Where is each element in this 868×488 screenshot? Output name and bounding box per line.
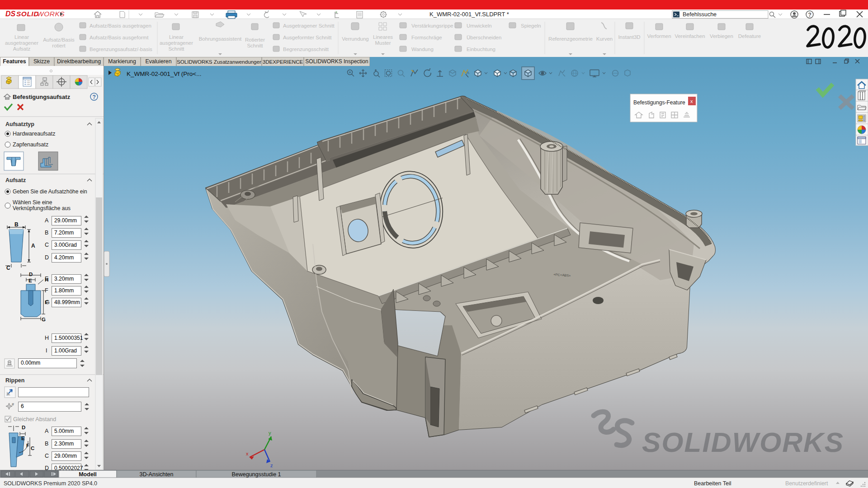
svg-text:Befehlssuche: Befehlssuche	[683, 11, 717, 18]
svg-text:#: #	[12, 402, 14, 407]
svg-text:C: C	[45, 242, 49, 248]
svg-text:Bewegungsstudie 1: Bewegungsstudie 1	[231, 471, 281, 478]
svg-text:D: D	[45, 254, 49, 261]
svg-text:A: A	[45, 428, 49, 434]
svg-text:Ausgetragener Schnitt: Ausgetragener Schnitt	[283, 23, 335, 28]
svg-text:K_WMR-02-001_Vf (Pro<...: K_WMR-02-001_Vf (Pro<...	[127, 70, 201, 77]
svg-text:E: E	[28, 278, 32, 283]
svg-text:Hardwareaufsatz: Hardwareaufsatz	[13, 131, 56, 137]
svg-text:Aufsatz/Basis ausgeformt: Aufsatz/Basis ausgeformt	[90, 35, 149, 40]
svg-text:Referenzgeometrie: Referenzgeometrie	[548, 36, 593, 42]
svg-text:Instant3D: Instant3D	[618, 34, 640, 40]
svg-text:ausgetragener: ausgetragener	[160, 40, 193, 46]
svg-text:?: ?	[93, 94, 96, 100]
svg-text:B: B	[14, 221, 19, 228]
svg-text:SOLIDWORKS Premium 2020 SP4.0: SOLIDWORKS Premium 2020 SP4.0	[4, 480, 97, 487]
svg-text:Verformen: Verformen	[647, 33, 671, 39]
svg-text:DS: DS	[5, 10, 16, 18]
svg-text:Umwickeln: Umwickeln	[467, 23, 492, 28]
svg-text:E: E	[45, 276, 48, 282]
svg-text:F: F	[26, 443, 29, 448]
svg-text:I: I	[46, 347, 47, 354]
svg-text:G: G	[45, 299, 50, 305]
svg-text:Ausgeformter Schnitt: Ausgeformter Schnitt	[283, 35, 332, 40]
svg-text:Formschräge: Formschräge	[411, 35, 442, 40]
svg-text:3D-Ansichten: 3D-Ansichten	[139, 471, 173, 478]
svg-text:E: E	[21, 436, 25, 441]
svg-text:A: A	[467, 70, 469, 75]
svg-text:Bohrungsassistent: Bohrungsassistent	[199, 36, 242, 42]
svg-text:SOLID: SOLID	[16, 10, 39, 18]
svg-text:C: C	[31, 446, 34, 451]
svg-text:Linear: Linear	[14, 34, 29, 40]
svg-text:H: H	[45, 335, 49, 341]
svg-text:Kurven: Kurven	[596, 36, 613, 42]
svg-text:D: D	[22, 425, 25, 430]
svg-text:C: C	[6, 265, 10, 271]
svg-text:Bearbeiten Teil: Bearbeiten Teil	[694, 480, 731, 487]
svg-text:Lineares: Lineares	[373, 34, 393, 40]
svg-text:?: ?	[808, 12, 811, 18]
svg-text:Rotierter: Rotierter	[245, 37, 265, 42]
svg-text:Vereinfachen: Vereinfachen	[675, 33, 705, 39]
svg-text:Schnitt: Schnitt	[168, 46, 184, 52]
svg-text:Schnitt: Schnitt	[247, 43, 263, 48]
svg-text:Einbuchtung: Einbuchtung	[467, 47, 495, 52]
svg-text:Aufsatz/Basis ausgetragen: Aufsatz/Basis ausgetragen	[90, 23, 151, 28]
svg-text:Begrenzungsschnitt: Begrenzungsschnitt	[283, 47, 329, 52]
svg-text:Modell: Modell	[79, 471, 97, 478]
svg-text:rotiert: rotiert	[52, 43, 66, 48]
svg-text:C: C	[45, 453, 49, 459]
svg-text:Befestigungs-Feature: Befestigungs-Feature	[633, 99, 685, 106]
svg-text:Aufsatz: Aufsatz	[13, 46, 31, 52]
svg-text:SOLIDWORKS: SOLIDWORKS	[642, 427, 844, 458]
svg-text:Begrenzungsaufsatz/-basis: Begrenzungsaufsatz/-basis	[90, 47, 152, 52]
svg-text:Rippen: Rippen	[5, 377, 24, 384]
svg-text:x: x	[690, 99, 693, 104]
svg-text:Geben Sie die Aufsatzhöhe ein: Geben Sie die Aufsatzhöhe ein	[13, 188, 87, 195]
svg-text:Wählen Sie eine: Wählen Sie eine	[13, 199, 52, 206]
svg-text:Überschneiden: Überschneiden	[467, 35, 501, 40]
svg-text:Wandung: Wandung	[411, 47, 434, 52]
svg-text:F: F	[45, 287, 48, 294]
svg-text:D: D	[45, 465, 49, 470]
svg-text:B: B	[45, 230, 48, 236]
svg-text:Aufsatz: Aufsatz	[5, 177, 26, 183]
svg-text:G: G	[42, 317, 46, 322]
svg-text:B: B	[45, 441, 48, 447]
svg-text:Verknüpfungsfläche aus: Verknüpfungsfläche aus	[13, 205, 71, 211]
svg-text:Befestigungsaufsatz: Befestigungsaufsatz	[13, 94, 71, 100]
svg-text:Verstärkungsrippe: Verstärkungsrippe	[411, 23, 453, 28]
svg-text:ausgetragener: ausgetragener	[5, 40, 38, 46]
svg-text:Spiegeln: Spiegeln	[521, 23, 541, 28]
svg-text:A: A	[45, 217, 49, 224]
svg-text:Linear: Linear	[169, 34, 184, 40]
svg-text:y: y	[269, 430, 271, 436]
svg-text:Muster: Muster	[375, 40, 391, 46]
svg-text:Aufsatz/Basis: Aufsatz/Basis	[43, 37, 75, 42]
svg-text:Gleicher Abstand: Gleicher Abstand	[13, 416, 56, 422]
svg-text:z: z	[270, 463, 273, 468]
svg-text:x: x	[246, 451, 249, 456]
svg-text:D: D	[29, 272, 33, 277]
svg-text:Defeature: Defeature	[738, 33, 761, 39]
svg-text:A: A	[31, 243, 35, 249]
svg-text:Aufsatztyp: Aufsatztyp	[5, 121, 34, 127]
svg-text:Benutzerdefiniert: Benutzerdefiniert	[785, 480, 828, 487]
svg-text:Zapfenaufsatz: Zapfenaufsatz	[13, 141, 48, 148]
svg-text:Verbiegen: Verbiegen	[710, 33, 733, 39]
svg-text:K_WMR-02-001_Vf.SLDPRT *: K_WMR-02-001_Vf.SLDPRT *	[429, 11, 509, 18]
svg-text:Verrundung: Verrundung	[342, 36, 368, 42]
